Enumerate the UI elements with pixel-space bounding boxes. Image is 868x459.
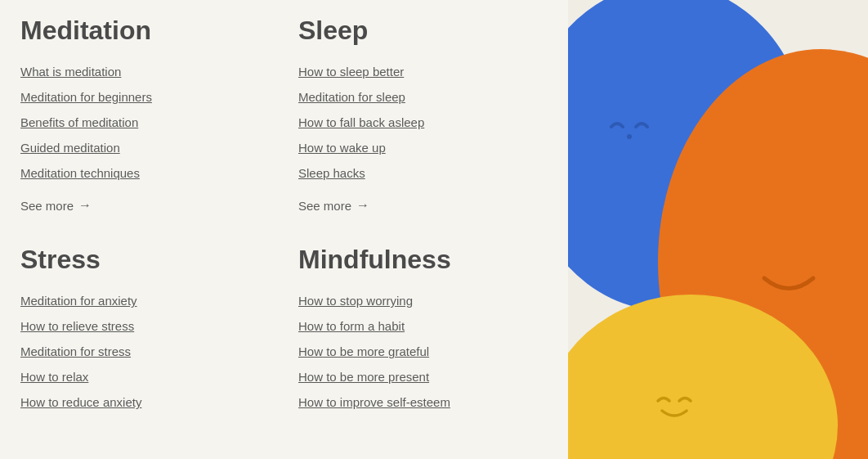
list-item: Benefits of meditation <box>20 114 266 131</box>
meditation-title: Meditation <box>20 16 266 45</box>
list-item: How to be more grateful <box>298 343 544 360</box>
mindfulness-link-1[interactable]: How to stop worrying <box>298 294 413 308</box>
list-item: Meditation for beginners <box>20 88 266 106</box>
meditation-link-2[interactable]: Meditation for beginners <box>20 90 152 104</box>
sleep-link-3[interactable]: How to fall back asleep <box>298 115 424 129</box>
meditation-link-4[interactable]: Guided meditation <box>20 141 120 155</box>
sleep-see-more[interactable]: See more → <box>298 198 369 213</box>
list-item: How to improve self-esteem <box>298 394 544 411</box>
stress-section: Stress Meditation for anxiety How to rel… <box>20 245 266 411</box>
list-item: How to relieve stress <box>20 317 266 335</box>
list-item: How to sleep better <box>298 63 544 80</box>
stress-link-1[interactable]: Meditation for anxiety <box>20 294 137 308</box>
list-item: How to reduce anxiety <box>20 394 266 411</box>
mindfulness-link-list: How to stop worrying How to form a habit… <box>298 292 544 411</box>
stress-link-5[interactable]: How to reduce anxiety <box>20 395 141 409</box>
list-item: Meditation for sleep <box>298 88 544 106</box>
stress-link-4[interactable]: How to relax <box>20 370 88 384</box>
left-column: Meditation What is meditation Meditation… <box>20 16 266 424</box>
sleep-link-1[interactable]: How to sleep better <box>298 65 404 79</box>
list-item: Sleep hacks <box>298 164 544 182</box>
meditation-link-1[interactable]: What is meditation <box>20 65 121 79</box>
stress-link-2[interactable]: How to relieve stress <box>20 319 134 333</box>
list-item: How to form a habit <box>298 317 544 335</box>
list-item: Meditation techniques <box>20 164 266 182</box>
list-item: What is meditation <box>20 63 266 80</box>
sleep-section: Sleep How to sleep better Meditation for… <box>298 16 544 237</box>
meditation-link-3[interactable]: Benefits of meditation <box>20 115 138 129</box>
sleep-link-4[interactable]: How to wake up <box>298 141 386 155</box>
see-more-arrow-icon: → <box>78 198 92 213</box>
page-container: Meditation What is meditation Meditation… <box>0 0 868 459</box>
list-item: Meditation for anxiety <box>20 292 266 309</box>
meditation-see-more[interactable]: See more → <box>20 198 92 213</box>
stress-title: Stress <box>20 245 266 274</box>
list-item: Guided meditation <box>20 139 266 156</box>
meditation-illustration <box>568 0 868 459</box>
see-more-arrow-icon-2: → <box>356 198 369 213</box>
list-item: How to fall back asleep <box>298 114 544 131</box>
list-item: Meditation for stress <box>20 343 266 360</box>
list-item: How to stop worrying <box>298 292 544 309</box>
stress-link-3[interactable]: Meditation for stress <box>20 344 131 358</box>
sleep-link-2[interactable]: Meditation for sleep <box>298 90 405 104</box>
mindfulness-link-2[interactable]: How to form a habit <box>298 319 405 333</box>
svg-point-4 <box>627 134 632 139</box>
list-item: How to be more present <box>298 368 544 385</box>
sleep-link-list: How to sleep better Meditation for sleep… <box>298 63 544 182</box>
mindfulness-link-5[interactable]: How to improve self-esteem <box>298 395 450 409</box>
list-item: How to relax <box>20 368 266 385</box>
columns-wrapper: Meditation What is meditation Meditation… <box>20 16 544 424</box>
meditation-section: Meditation What is meditation Meditation… <box>20 16 266 237</box>
meditation-link-5[interactable]: Meditation techniques <box>20 166 140 180</box>
list-item: How to wake up <box>298 139 544 156</box>
illustration-area <box>568 0 868 459</box>
meditation-link-list: What is meditation Meditation for beginn… <box>20 63 266 182</box>
mindfulness-link-3[interactable]: How to be more grateful <box>298 344 429 358</box>
sleep-title: Sleep <box>298 16 544 45</box>
mindfulness-link-4[interactable]: How to be more present <box>298 370 429 384</box>
sleep-link-5[interactable]: Sleep hacks <box>298 166 365 180</box>
mindfulness-section: Mindfulness How to stop worrying How to … <box>298 245 544 411</box>
right-column: Sleep How to sleep better Meditation for… <box>298 16 544 424</box>
mindfulness-title: Mindfulness <box>298 245 544 274</box>
content-area: Meditation What is meditation Meditation… <box>0 0 568 459</box>
stress-link-list: Meditation for anxiety How to relieve st… <box>20 292 266 411</box>
